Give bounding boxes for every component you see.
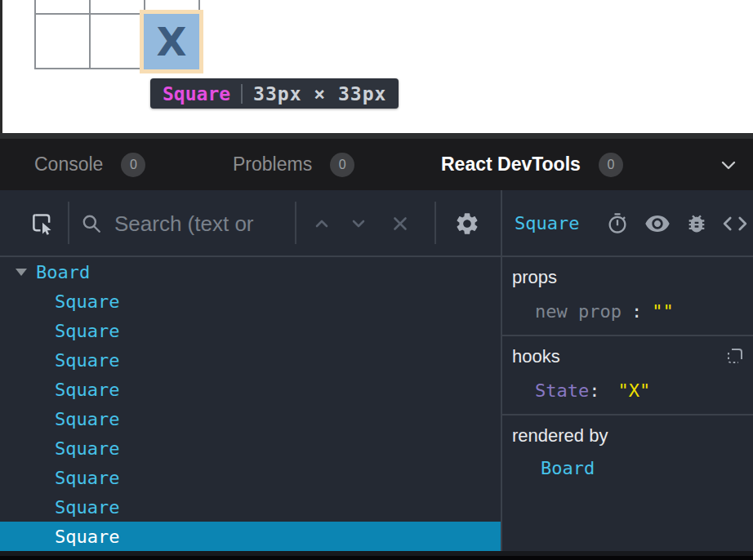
- rendered-by-title: rendered by: [512, 425, 743, 447]
- component-name-label: Square: [55, 527, 119, 547]
- stopwatch-icon[interactable]: [604, 211, 630, 237]
- component-name-label: Square: [55, 438, 119, 459]
- devtools-top-edge: [0, 133, 753, 139]
- selected-component-title: Square: [515, 190, 579, 256]
- panel-divider[interactable]: [501, 190, 502, 551]
- inspect-tooltip: Square 33px × 33px: [150, 78, 399, 109]
- rendered-by-owner-link[interactable]: Board: [541, 458, 743, 478]
- tooltip-separator: [241, 84, 243, 104]
- previous-result-icon[interactable]: [311, 213, 332, 234]
- component-name-label: Square: [55, 409, 119, 429]
- devtools-tab-bar: Console 0 Problems 0 React DevTools 0: [0, 139, 753, 190]
- tooltip-dimensions: 33px × 33px: [253, 83, 386, 104]
- search-icon: [80, 212, 103, 235]
- component-name-label: Square: [55, 350, 119, 371]
- tree-row-square[interactable]: Square: [0, 433, 501, 463]
- window-left-edge: [0, 0, 2, 133]
- component-name-label: Square: [55, 468, 119, 488]
- component-name-label: Square: [55, 497, 119, 518]
- hook-state-value[interactable]: "X": [617, 380, 650, 401]
- tab-react-devtools[interactable]: React DevTools 0: [441, 139, 623, 190]
- tree-row-square[interactable]: Square: [0, 492, 501, 522]
- component-name-label: Square: [55, 291, 119, 312]
- new-prop-name-field[interactable]: new prop: [535, 301, 622, 322]
- tab-problems-badge: 0: [330, 153, 354, 177]
- select-element-icon[interactable]: [29, 211, 56, 237]
- tab-problems[interactable]: Problems 0: [233, 139, 354, 190]
- expand-triangle-icon[interactable]: [16, 269, 27, 276]
- tooltip-component-name: Square: [163, 83, 230, 104]
- hook-colon: :: [589, 380, 599, 401]
- tab-react-devtools-badge: 0: [599, 153, 623, 177]
- tab-react-devtools-label: React DevTools: [441, 153, 581, 176]
- prop-row[interactable]: new prop : "": [535, 301, 743, 322]
- tab-console-label: Console: [34, 153, 103, 176]
- chevron-down-icon[interactable]: [719, 155, 738, 175]
- props-section: props new prop : "": [502, 257, 753, 336]
- inspected-page: X Square 33px × 33px: [0, 0, 753, 133]
- tab-console[interactable]: Console 0: [34, 139, 145, 190]
- tab-console-badge: 0: [121, 153, 145, 177]
- bug-icon[interactable]: [684, 211, 710, 237]
- settings-gear-icon[interactable]: [453, 210, 481, 238]
- toolbar-divider: [434, 202, 436, 244]
- grid-line: [34, 0, 36, 69]
- component-name-label: Square: [55, 380, 119, 400]
- tab-problems-label: Problems: [233, 153, 312, 176]
- view-source-icon[interactable]: [720, 211, 750, 236]
- tree-row-square[interactable]: Square: [0, 316, 501, 345]
- tree-row-square[interactable]: Square: [0, 287, 501, 316]
- tree-row-square[interactable]: Square: [0, 404, 501, 433]
- component-name-label: Square: [55, 321, 119, 341]
- parse-hook-names-icon[interactable]: [725, 346, 745, 369]
- tree-row-square[interactable]: Square: [0, 463, 501, 492]
- props-section-title: props: [512, 267, 743, 288]
- tree-row-square[interactable]: Square: [0, 375, 501, 404]
- clear-search-icon[interactable]: [389, 212, 412, 235]
- tree-row-square[interactable]: Square: [0, 345, 501, 375]
- hook-row[interactable]: State : "X": [535, 380, 743, 401]
- toolbar-divider: [295, 202, 296, 244]
- window-bottom-edge: [0, 556, 753, 560]
- hook-state-name: State: [535, 380, 589, 401]
- hooks-section-title: hooks: [512, 346, 743, 367]
- toolbar-divider: [68, 202, 69, 244]
- prop-colon: :: [631, 301, 642, 322]
- eye-icon[interactable]: [644, 211, 671, 237]
- component-details-panel: props new prop : "" hooks State : "X" re…: [502, 257, 753, 551]
- hooks-section: hooks State : "X": [502, 336, 753, 416]
- rendered-by-section: rendered by Board: [502, 416, 753, 493]
- grid-line: [89, 0, 91, 69]
- new-prop-value-field[interactable]: "": [652, 301, 674, 322]
- square-cell-value: X: [156, 22, 186, 61]
- tree-row-square[interactable]: Square: [0, 522, 501, 551]
- component-name-label: Board: [36, 262, 90, 282]
- next-result-icon[interactable]: [348, 213, 369, 234]
- search-input[interactable]: [113, 207, 292, 241]
- tree-row-board[interactable]: Board: [0, 257, 501, 287]
- react-devtools-toolbar: Square: [0, 190, 753, 257]
- component-tree: BoardSquareSquareSquareSquareSquareSquar…: [0, 257, 501, 551]
- highlighted-square-cell[interactable]: X: [144, 14, 199, 69]
